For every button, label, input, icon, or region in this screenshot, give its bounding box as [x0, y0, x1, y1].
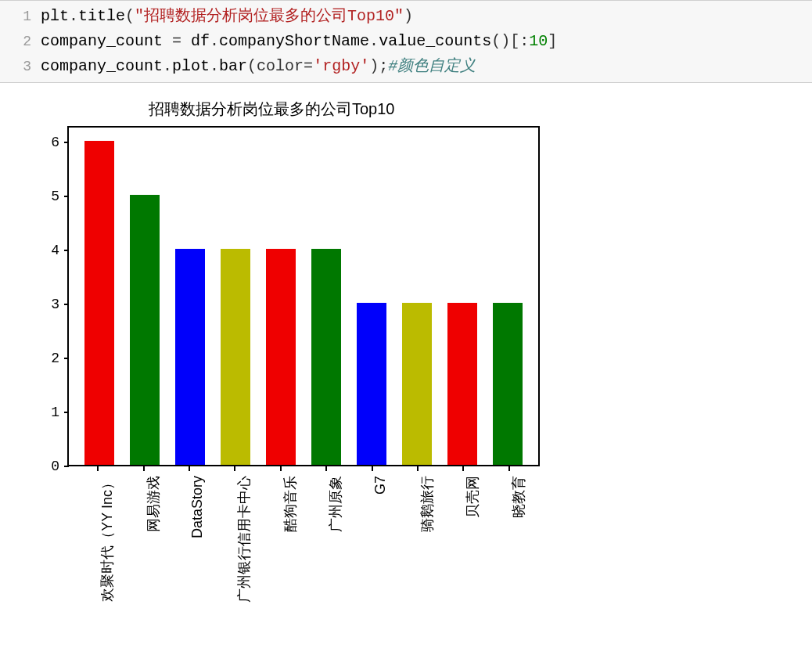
code-line-2: 2 company_count = df.companyShortName.va…	[0, 29, 812, 54]
y-tick-label: 4	[51, 243, 59, 258]
code-content: plt.title("招聘数据分析岗位最多的公司Top10")	[41, 4, 413, 29]
x-tick-label: 广州银行信用卡中心	[235, 476, 253, 603]
y-tick-label: 2	[51, 351, 59, 366]
bar	[84, 141, 114, 465]
bar	[266, 249, 296, 465]
y-tick-label: 0	[51, 459, 59, 474]
bar	[357, 303, 386, 465]
y-tick-label: 3	[51, 297, 59, 312]
bar	[130, 195, 160, 465]
x-tick-label: 网易游戏	[144, 476, 163, 532]
bar	[221, 249, 250, 465]
chart-title: 招聘数据分析岗位最多的公司Top10	[149, 99, 804, 120]
bar	[493, 303, 523, 465]
bar	[447, 303, 477, 465]
y-axis: 0123456	[39, 126, 67, 466]
code-block: 1 plt.title("招聘数据分析岗位最多的公司Top10") 2 comp…	[0, 0, 812, 83]
x-tick-label: 酷狗音乐	[281, 476, 300, 532]
bar	[175, 249, 205, 465]
code-line-1: 1 plt.title("招聘数据分析岗位最多的公司Top10")	[0, 4, 812, 29]
line-number: 1	[0, 5, 41, 28]
x-tick-label: G7	[372, 476, 389, 495]
x-axis: 欢聚时代（YY Inc）网易游戏DataStory广州银行信用卡中心酷狗音乐广州…	[67, 466, 540, 639]
bar	[402, 303, 432, 465]
bar	[311, 249, 341, 465]
x-tick-label: 贝壳网	[463, 476, 482, 518]
chart-output: 招聘数据分析岗位最多的公司Top10 0123456 欢聚时代（YY Inc）网…	[0, 83, 812, 646]
chart-container: 0123456 欢聚时代（YY Inc）网易游戏DataStory广州银行信用卡…	[39, 126, 540, 639]
plot-area	[67, 126, 540, 466]
line-number: 3	[0, 56, 41, 78]
line-number: 2	[0, 31, 41, 53]
y-tick-label: 1	[51, 405, 59, 420]
code-content: company_count = df.companyShortName.valu…	[41, 29, 557, 54]
code-line-3: 3 company_count.plot.bar(color='rgby');#…	[0, 54, 812, 79]
x-tick-label: 欢聚时代（YY Inc）	[98, 476, 117, 602]
x-tick-label: 晓教育	[509, 476, 528, 518]
x-tick-label: DataStory	[189, 476, 206, 538]
x-tick-label: 广州原象	[326, 476, 345, 532]
x-tick-label: 骑鹅旅行	[418, 476, 437, 532]
y-tick-label: 5	[51, 189, 59, 204]
y-tick-label: 6	[51, 135, 59, 150]
code-content: company_count.plot.bar(color='rgby');#颜色…	[41, 54, 476, 79]
